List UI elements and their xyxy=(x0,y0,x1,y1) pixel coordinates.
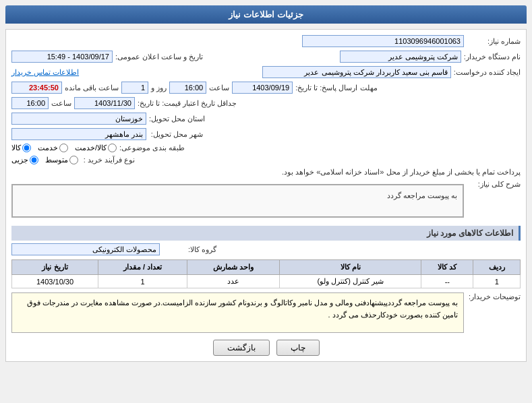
ostan-input[interactable] xyxy=(11,113,146,125)
saat-label1: ساعت xyxy=(209,84,229,92)
cell-tarikh: 1403/10/30 xyxy=(12,275,98,288)
tozi-box: به پیوست مراجعه گرددپیشنهادفنی ومالی و م… xyxy=(11,292,464,333)
ostan-label: استان محل تحویل: xyxy=(149,115,205,123)
jadaval-date[interactable] xyxy=(74,97,135,109)
table-row: 1--شیر کنترل (کنترل ولو)عدد11403/10/30 xyxy=(12,275,521,288)
jadaval-saat[interactable] xyxy=(11,97,49,109)
nam-dastgah-input[interactable] xyxy=(340,51,461,63)
saat-baqi-label: ساعت باقی مانده xyxy=(65,84,119,92)
kala-table-container: ردیف کد کالا نام کالا واحد شمارش تعداد /… xyxy=(11,259,521,288)
now-radio-group: متوسط جزیی xyxy=(11,156,78,164)
col-kod: کد کالا xyxy=(421,260,473,275)
col-tedad: تعداد / مقدار xyxy=(98,260,187,275)
cell-nam: شیر کنترل (کنترل ولو) xyxy=(280,275,421,288)
tabaqa-option-kala-khedmat[interactable]: کالا/خدمت xyxy=(75,144,117,152)
col-nam: نام کالا xyxy=(280,260,421,275)
note-text: پرداخت تمام یا بخشی از مبلغ خریدار از مح… xyxy=(282,168,521,177)
bazgasht-button[interactable]: بازگشت xyxy=(213,340,270,356)
page-title: جزئیات اطلاعات نیاز xyxy=(229,9,303,20)
tozi-value: به پیوست مراجعه گرددپیشنهادفنی ومالی و م… xyxy=(27,299,458,319)
group-kala-input[interactable] xyxy=(11,243,160,255)
page-header: جزئیات اطلاعات نیاز xyxy=(5,5,527,24)
tabaqa-label: طبقه بندی موضوعی: xyxy=(119,144,185,152)
mohlat-roz[interactable] xyxy=(121,82,148,94)
mohlat-date[interactable] xyxy=(232,82,293,94)
now-label: نوع فرآیند خرید : xyxy=(81,156,135,164)
kala-table: ردیف کد کالا نام کالا واحد شمارش تعداد /… xyxy=(11,259,521,288)
col-radif: ردیف xyxy=(473,260,521,275)
mohlat-label: مهلت ارسال پاسخ: تا تاریخ: xyxy=(295,84,377,92)
tarikh-input[interactable] xyxy=(11,51,113,63)
mohlat-saat[interactable] xyxy=(169,82,206,94)
cell-tedad: 1 xyxy=(98,275,187,288)
tabaqa-option-khedmat[interactable]: خدمت xyxy=(38,144,68,152)
tarikh-label: تاریخ و ساعت اعلان عمومی: xyxy=(115,53,203,61)
jadaval-label: جداقل تاریخ اعتبار قیمت: تا تاریخ: xyxy=(138,99,237,108)
now-option-motevaset[interactable]: متوسط xyxy=(45,156,78,164)
col-vahed: واحد شمارش xyxy=(187,260,280,275)
shahr-input[interactable] xyxy=(11,128,146,140)
ettelaat-kala-title: اطلاعات کالاهای مورد نیاز xyxy=(11,226,521,241)
group-kala-label: گروه کالا: xyxy=(162,245,216,254)
ettelaat-link[interactable]: اطلاعات تماس خریدار xyxy=(11,68,79,77)
chap-button[interactable]: چاپ xyxy=(276,340,320,356)
button-row: چاپ بازگشت xyxy=(11,340,521,356)
srh-box: به پیوست مراجعه گردد xyxy=(11,184,464,218)
nam-dastgah-label: نام دستگاه خریدار: xyxy=(464,53,521,61)
ijad-input[interactable] xyxy=(262,66,451,78)
tabaqa-radio-group: کالا/خدمت خدمت کالا xyxy=(11,144,117,152)
shomara-input[interactable] xyxy=(302,35,464,47)
shomara-label: شماره نیاز: xyxy=(467,37,521,46)
col-tarikh: تاریخ نیاز xyxy=(12,260,98,275)
tabaqa-option-kala[interactable]: کالا xyxy=(11,144,31,152)
shahr-label: شهر محل تحویل: xyxy=(149,130,203,139)
saat-label2: ساعت xyxy=(51,99,71,108)
roz-label: روز و xyxy=(151,84,167,92)
tozi-label: توضیحات خریدار: xyxy=(467,292,521,301)
srh-value: به پیوست مراجعه گردد xyxy=(387,191,457,199)
cell-kod: -- xyxy=(421,275,473,288)
cell-radif: 1 xyxy=(473,275,521,288)
ijad-label: ایجاد کننده درخواست: xyxy=(454,68,521,77)
mohlat-baqi[interactable] xyxy=(11,82,62,94)
now-option-jozi[interactable]: جزیی xyxy=(11,156,38,164)
cell-vahed: عدد xyxy=(187,275,280,288)
srh-label: شرح کلی نیاز: xyxy=(467,180,521,189)
